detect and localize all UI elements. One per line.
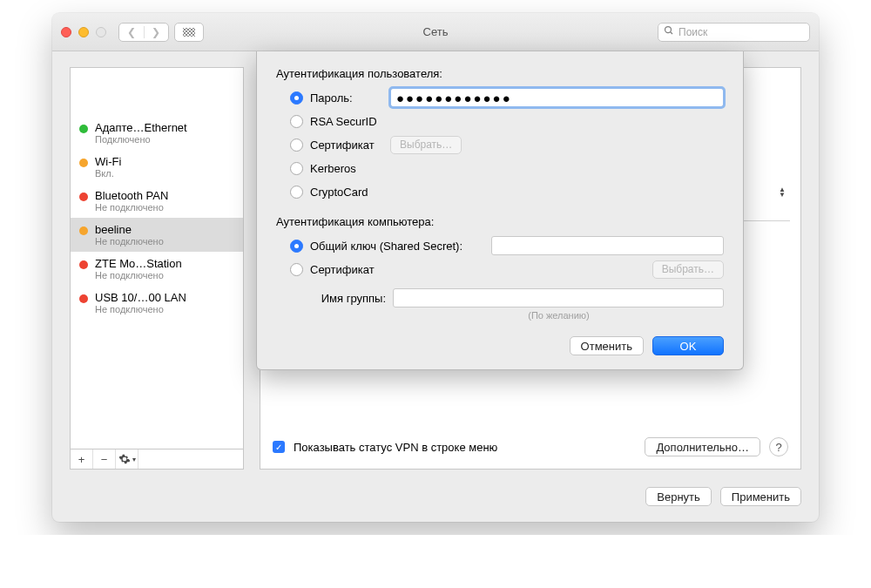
auth-kerberos-label: Kerberos <box>310 162 383 175</box>
auth-rsa-radio[interactable] <box>290 115 303 128</box>
vpn-footer-row: ✓ Показывать статус VPN в строке меню До… <box>260 437 800 456</box>
nav-back-icon[interactable]: ❮ <box>119 26 145 38</box>
user-cert-select-button: Выбрать… <box>390 136 462 154</box>
shared-secret-radio[interactable] <box>290 240 303 253</box>
auth-cryptocard-row[interactable]: CryptoCard <box>290 181 724 202</box>
group-name-label: Имя группы: <box>290 292 386 305</box>
advanced-button[interactable]: Дополнительно… <box>645 437 760 456</box>
close-window-button[interactable] <box>61 27 71 37</box>
auth-kerberos-row[interactable]: Kerberos <box>290 158 724 179</box>
shared-secret-row[interactable]: Общий ключ (Shared Secret): <box>290 235 724 256</box>
auth-cert-row[interactable]: Сертификат Выбрать… <box>290 134 724 155</box>
chevron-down-icon: ▾ <box>132 456 136 463</box>
auth-rsa-row[interactable]: RSA SecurID <box>290 111 724 132</box>
status-dot-icon <box>79 193 88 201</box>
show-all-prefs-button[interactable] <box>174 23 204 42</box>
window-controls <box>61 27 106 37</box>
nav-forward-icon[interactable]: ❯ <box>145 26 169 38</box>
revert-button[interactable]: Вернуть <box>645 487 712 506</box>
group-name-input[interactable] <box>393 288 724 308</box>
status-dot-icon <box>79 125 88 133</box>
group-name-hint: (По желанию) <box>394 310 724 321</box>
password-input[interactable] <box>390 88 724 107</box>
sheet-footer: Отменить OK <box>276 336 724 355</box>
shared-secret-label: Общий ключ (Shared Secret): <box>310 240 484 253</box>
ok-button[interactable]: OK <box>652 336 724 355</box>
remove-interface-button[interactable]: − <box>93 449 116 469</box>
cancel-button[interactable]: Отменить <box>570 336 644 355</box>
interface-list: Адапте…Ethernet Подключено Wi-Fi Вкл. Bl… <box>70 67 244 449</box>
interface-actions-button[interactable]: ▾ <box>116 449 138 469</box>
sidebar-item-zte[interactable]: ZTE Mo…Station Не подключено <box>71 252 243 286</box>
shared-secret-input[interactable] <box>491 236 724 255</box>
auth-kerberos-radio[interactable] <box>290 162 303 175</box>
help-button[interactable]: ? <box>769 437 788 456</box>
machine-cert-radio[interactable] <box>290 263 303 276</box>
sidebar-item-bluetooth-pan[interactable]: Bluetooth PAN Не подключено <box>71 184 243 218</box>
search-icon <box>664 25 674 38</box>
sidebar-toolbar: + − ▾ <box>70 449 244 470</box>
auth-cryptocard-radio[interactable] <box>290 186 303 199</box>
status-dot-icon <box>79 159 88 167</box>
network-sidebar: Адапте…Ethernet Подключено Wi-Fi Вкл. Bl… <box>70 67 244 470</box>
auth-password-radio[interactable] <box>290 91 303 105</box>
auth-password-row[interactable]: Пароль: <box>290 87 724 108</box>
sidebar-item-ethernet[interactable]: Адапте…Ethernet Подключено <box>71 116 243 150</box>
machine-cert-row[interactable]: Сертификат Выбрать… <box>290 259 724 280</box>
auth-settings-sheet: Аутентификация пользователя: Пароль: RSA… <box>256 51 744 370</box>
titlebar: ❮ ❯ Сеть <box>52 13 819 51</box>
vpn-menu-checkbox-label: Показывать статус VPN в строке меню <box>294 441 497 454</box>
vpn-menu-checkbox[interactable]: ✓ <box>273 441 285 453</box>
search-field[interactable] <box>658 23 810 42</box>
machine-auth-heading: Аутентификация компьютера: <box>276 215 724 228</box>
status-dot-icon <box>79 260 88 269</box>
grid-icon <box>183 28 195 37</box>
minimize-window-button[interactable] <box>78 27 89 37</box>
sidebar-item-beeline[interactable]: beeline Не подключено <box>71 218 243 252</box>
sidebar-item-usb-lan[interactable]: USB 10/…00 LAN Не подключено <box>71 286 243 320</box>
sidebar-item-wifi[interactable]: Wi-Fi Вкл. <box>71 150 243 184</box>
auth-cryptocard-label: CryptoCard <box>310 186 383 199</box>
nav-back-forward[interactable]: ❮ ❯ <box>118 23 169 42</box>
svg-line-1 <box>671 32 673 35</box>
apply-button[interactable]: Применить <box>720 487 801 506</box>
status-dot-icon <box>79 226 88 235</box>
auth-rsa-label: RSA SecurID <box>310 115 383 128</box>
auth-cert-radio[interactable] <box>290 139 303 152</box>
group-name-row: Имя группы: <box>290 288 724 308</box>
network-preferences-window: ❮ ❯ Сеть Адапте…Ethernet Подключено <box>52 13 819 522</box>
popup-stepper-icon[interactable]: ▲▼ <box>774 183 790 202</box>
svg-point-0 <box>665 27 672 33</box>
user-auth-heading: Аутентификация пользователя: <box>276 67 724 80</box>
auth-cert-label: Сертификат <box>310 139 383 152</box>
auth-password-label: Пароль: <box>310 91 383 105</box>
machine-cert-select-button: Выбрать… <box>652 260 724 279</box>
status-dot-icon <box>79 294 88 303</box>
add-interface-button[interactable]: + <box>71 449 93 469</box>
bottom-button-bar: Вернуть Применить <box>52 487 819 522</box>
zoom-window-button[interactable] <box>96 27 106 37</box>
machine-cert-label: Сертификат <box>310 263 645 276</box>
search-input[interactable] <box>679 26 804 38</box>
